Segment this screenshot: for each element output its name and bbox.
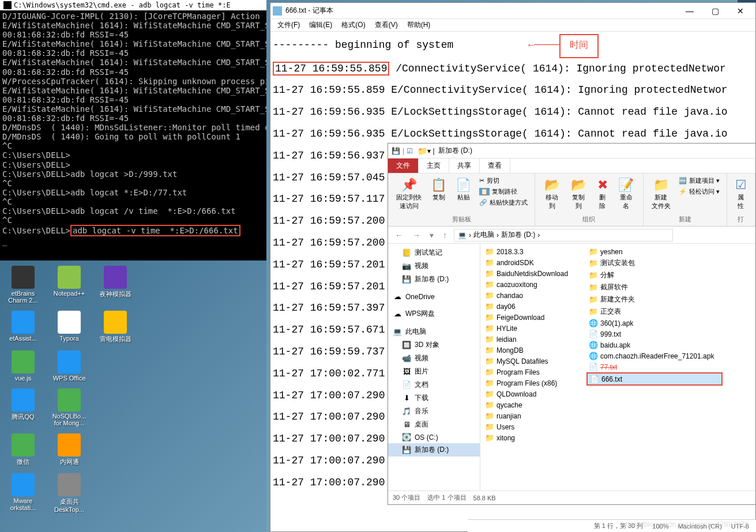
copypath-button[interactable]: 📋复制路径 [477, 187, 530, 197]
sidebar-item[interactable]: 💻此电脑 [388, 325, 480, 338]
cmd-window[interactable]: C:\Windows\system32\cmd.exe - adb logcat… [0, 0, 266, 261]
sidebar-item[interactable]: 📄文档 [388, 378, 480, 391]
menu-item[interactable]: 编辑(E) [304, 19, 337, 31]
desktop-icon[interactable] [95, 349, 136, 383]
sidebar-item[interactable]: 💾新加卷 (D:) [388, 273, 480, 286]
file-item[interactable]: 📁MongDB [483, 345, 586, 356]
file-item[interactable]: 📁qycache [483, 399, 586, 410]
desktop-icon[interactable]: etAssist... [2, 310, 44, 345]
file-item[interactable]: 📁截屏软件 [586, 281, 690, 293]
back-button[interactable]: ← [393, 231, 405, 240]
file-item[interactable]: 📄77.txt [586, 361, 690, 372]
file-item[interactable]: 📁day06 [483, 301, 586, 312]
maximize-button[interactable]: ▢ [702, 3, 728, 19]
file-item[interactable]: 📁caozuoxitong [483, 279, 586, 290]
pin-button[interactable]: 📌固定到快 速访问 [393, 176, 425, 214]
tab-文件[interactable]: 文件 [388, 159, 419, 173]
minimize-button[interactable]: — [677, 3, 702, 19]
menu-item[interactable]: 帮助(H) [403, 19, 435, 31]
file-item[interactable]: 📁FeigeDownload [483, 312, 586, 323]
desktop-icon[interactable]: etBrains Charm 2... [2, 265, 44, 305]
sidebar-item[interactable]: 📒测试笔记 [388, 246, 480, 259]
desktop-icon[interactable] [95, 432, 136, 467]
desktop-icon[interactable]: Notepad++ [48, 265, 90, 305]
desktop-icon[interactable]: NoSQLBo... for Mong... [48, 387, 90, 428]
checkmark-icon[interactable]: ☑ [407, 147, 413, 155]
tab-主页[interactable]: 主页 [419, 159, 449, 173]
pasteshortcut-button[interactable]: 🔗粘贴快捷方式 [477, 198, 530, 207]
breadcrumb[interactable]: 💻 › 此电脑 › 新加卷 (D:) › [454, 229, 673, 242]
menu-item[interactable]: 格式(O) [337, 19, 370, 31]
sidebar-item[interactable]: 💾新加卷 (D:) [388, 443, 480, 456]
desktop-icon[interactable]: 雷电模拟器 [95, 310, 136, 345]
moveto-button[interactable]: 📂移动到 [540, 176, 564, 214]
tab-共享[interactable]: 共享 [449, 159, 480, 173]
file-item[interactable]: 🌐com.chaozh.iReaderFree_71201.apk [586, 350, 690, 361]
paste-button[interactable]: 📄粘贴 [452, 176, 475, 214]
copy-button[interactable]: 📋复制 [427, 176, 450, 214]
desktop-icon[interactable]: 内网通 [48, 432, 90, 467]
forward-button[interactable]: → [410, 231, 423, 240]
file-item[interactable]: 📁BaiduNetdiskDownload [483, 268, 586, 279]
file-item[interactable]: 📁Program Files [483, 367, 586, 378]
newitem-button[interactable]: 🆕新建项目 ▾ [676, 176, 722, 186]
file-item[interactable]: 📁yeshen [586, 246, 690, 257]
file-item[interactable]: 🌐360(1).apk [586, 318, 690, 329]
sidebar-item[interactable]: ☁OneDrive [388, 290, 480, 303]
desktop-icon[interactable]: Mware orkstati... [2, 472, 44, 514]
file-item[interactable]: 📄666.txt [586, 372, 723, 386]
sidebar-item[interactable]: 📷视频 [388, 259, 480, 273]
sidebar-item[interactable]: 🔲3D 对象 [388, 338, 480, 352]
file-item[interactable]: 📁xitong [483, 432, 586, 443]
desktop-icon[interactable] [95, 387, 136, 428]
sidebar-item[interactable]: 🖥桌面 [388, 418, 480, 431]
file-item[interactable]: 📁chandao [483, 290, 586, 301]
file-item[interactable]: 📁正交表 [586, 305, 690, 318]
breadcrumb-item[interactable]: 此电脑 [473, 230, 494, 240]
desktop-icon[interactable]: Typora [48, 310, 90, 345]
properties-button[interactable]: ☑属性 [732, 176, 750, 214]
easyaccess-button[interactable]: ⚡轻松访问 ▾ [676, 187, 722, 197]
file-item[interactable]: 📁HYLite [483, 323, 586, 334]
file-item[interactable]: 📁Users [483, 421, 586, 432]
file-list[interactable]: 📁2018.3.3📁androidSDK📁BaiduNetdiskDownloa… [480, 244, 755, 491]
rename-button[interactable]: 📝重命名 [614, 176, 638, 214]
cut-button[interactable]: ✂剪切 [477, 176, 530, 186]
file-item[interactable]: 📁2018.3.3 [483, 246, 586, 257]
menu-item[interactable]: 查看(V) [370, 19, 403, 31]
sidebar-item[interactable]: 📹视频 [388, 352, 480, 365]
cmd-content[interactable]: D/JIGUANG-JCore-IMPL( 2130): [JCoreTCPMa… [0, 10, 266, 247]
file-item[interactable]: 📁新建文件夹 [586, 293, 690, 305]
tab-查看[interactable]: 查看 [480, 159, 510, 173]
file-item[interactable]: 📁leidian [483, 334, 586, 345]
explorer-sidebar[interactable]: 📒测试笔记📷视频💾新加卷 (D:)☁OneDrive☁WPS网盘💻此电脑🔲3D … [388, 244, 480, 491]
desktop-icon[interactable]: 腾讯QQ [2, 387, 44, 428]
recent-dropdown[interactable]: ▾ [427, 231, 436, 240]
sidebar-item[interactable]: 🎵音乐 [388, 405, 480, 418]
desktop-icon[interactable]: 夜神模拟器 [95, 265, 136, 305]
file-item[interactable]: 🌐baidu.apk [586, 339, 690, 350]
file-item[interactable]: 📁MySQL Datafiles [483, 356, 586, 367]
desktop-icon[interactable]: WPS Office [48, 349, 90, 383]
file-item[interactable]: 📁Program Files (x86) [483, 378, 586, 388]
desktop-icon[interactable]: vue.js [2, 349, 44, 383]
file-item[interactable]: 📄999.txt [586, 329, 690, 339]
sidebar-item[interactable]: 🖼图片 [388, 365, 480, 378]
dropdown-icon[interactable]: ▾ | [427, 147, 434, 155]
desktop-icon[interactable]: 桌面共 DeskTop... [48, 472, 90, 514]
file-item[interactable]: 📁ruanjian [483, 410, 586, 421]
desktop-icon[interactable]: 微信 [2, 432, 44, 467]
sidebar-item[interactable]: ⬇下载 [388, 391, 480, 405]
breadcrumb-item[interactable]: 新加卷 (D:) [501, 230, 535, 240]
explorer-window[interactable]: 💾 | ☑ 📁 ▾ | 新加卷 (D:) 文件主页共享查看 📌固定到快 速访问 … [388, 143, 756, 505]
delete-button[interactable]: ✖删除 [593, 176, 611, 214]
up-button[interactable]: ↑ [441, 231, 449, 240]
copyto-button[interactable]: 📂复制到 [566, 176, 590, 214]
sidebar-item[interactable]: ☁WPS网盘 [388, 307, 480, 320]
sidebar-item[interactable]: 💽OS (C:) [388, 431, 480, 443]
newfolder-button[interactable]: 📁新建 文件夹 [648, 176, 674, 214]
file-item[interactable]: 📁测试安装包 [586, 257, 690, 269]
notepad-titlebar[interactable]: 666.txt - 记事本 — ▢ ✕ [270, 3, 755, 19]
close-button[interactable]: ✕ [728, 3, 753, 19]
file-item[interactable]: 📁QLDownload [483, 388, 586, 399]
